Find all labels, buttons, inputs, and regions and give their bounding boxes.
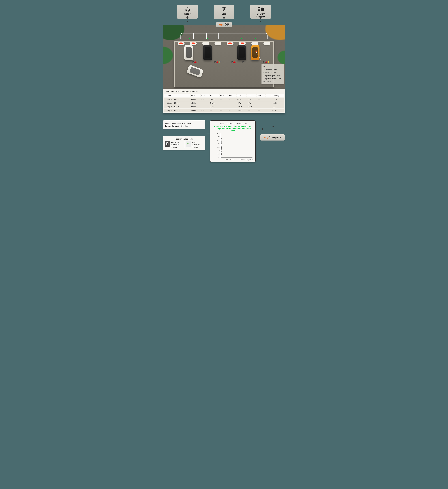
tooltip-line: SoC on arrival- 40% <box>263 68 282 71</box>
ergcompare-col: ergCompare <box>260 134 285 140</box>
fleet-info-card: Renault Kangoo EV = 10 units Energy Dema… <box>163 120 205 129</box>
parking-mark: P🚗⚡ <box>231 61 238 63</box>
cell: ---- <box>228 105 237 108</box>
col-ev: EV 6 <box>237 94 247 97</box>
cell: ---- <box>257 101 265 105</box>
y-tick: 0.2 <box>217 136 220 138</box>
cell: 8kWh <box>209 105 219 108</box>
source-solar: Solar <box>177 5 198 19</box>
cell: 51.9% <box>265 98 284 101</box>
svg-point-0 <box>187 7 188 8</box>
y-tick: -0.05 <box>217 153 220 155</box>
check-icon: ✔ <box>241 37 243 40</box>
parking-scene: ✔ ✔ ✔ ✔ P🚗⚡ P🚗⚡ P🚗⚡ P P🚗⚡ EV 7 SoC o <box>163 25 285 93</box>
fleet-line: Renault Kangoo EV = 10 units <box>165 122 203 125</box>
col-time: Time <box>164 94 190 97</box>
svg-point-19 <box>263 8 263 8</box>
cell: 7kWh <box>247 98 257 101</box>
table-row: 12 p.m - 13 p.m9kWh----8kWh--------7kWh9… <box>164 105 284 108</box>
recommended-setup-card: Recommended setup ergLocale 3.3 kW AC 5 … <box>163 136 205 150</box>
parking-mark: P🚗⚡ <box>192 61 199 63</box>
parking-mark: P <box>242 61 244 63</box>
reco-item-erglocale: ergLocale 3.3 kW AC 5 units <box>165 141 183 148</box>
charger-unit <box>227 42 233 45</box>
charger-unit <box>264 42 270 45</box>
cell: ---- <box>219 98 228 101</box>
reco-spec: 3.3 kW AC <box>171 144 180 146</box>
y-tick: 0 <box>217 150 220 151</box>
cell: 5kWh <box>209 98 219 101</box>
cell: ---- <box>257 105 265 108</box>
charger-unit <box>239 42 246 45</box>
x-cat-label: Renault Kangoo EV <box>238 159 255 161</box>
check-icon: ✔ <box>207 37 209 40</box>
reco-item-evre: EVRE EVRE 7.4kW AC 7 units <box>184 141 204 148</box>
source-storage-label: Energy Storage <box>251 13 270 17</box>
col-ev: EV 8 <box>257 94 265 97</box>
cell: 11 a.m - 12 p.m <box>164 101 190 105</box>
source-grid: Grid <box>214 5 234 19</box>
ergos-badge-row: ergOS <box>163 22 285 28</box>
car <box>184 45 193 60</box>
svg-rect-44 <box>166 142 168 146</box>
erglocale-icon <box>165 141 170 147</box>
parking-mark: P🚗⚡ <box>214 61 221 63</box>
ergcompare-badge: ergCompare <box>260 134 285 140</box>
col-ev: EV 4 <box>219 94 228 97</box>
table-row: 13 p.m - 14 p.m5kWh----------------2kWh-… <box>164 109 284 112</box>
cell: 48.2% <box>265 101 284 105</box>
chart-subtitle: 91% lower TCO - indicates significant co… <box>212 125 253 132</box>
cell: 6kWh <box>190 98 200 101</box>
cell: ---- <box>247 109 257 112</box>
svg-line-8 <box>186 9 187 11</box>
cell: 5kWh <box>209 101 219 105</box>
y-tick: 0.25 <box>217 133 220 134</box>
svg-line-4 <box>186 7 187 7</box>
car <box>203 45 212 60</box>
charger-unit <box>202 42 209 45</box>
table-row: 11 a.m - 12 p.m6kWh----5kWh--------6kWh4… <box>164 101 284 105</box>
col-savings: Cost Savings <box>265 94 284 97</box>
col-ev: EV 1 <box>190 94 200 97</box>
cell: ---- <box>257 109 265 112</box>
charger-unit <box>178 42 184 45</box>
svg-rect-14 <box>258 7 259 8</box>
tooltip-line: Energy from grid - 7kWh <box>263 74 282 77</box>
lower-section: Renault Kangoo EV = 10 units Energy Dema… <box>163 120 285 163</box>
cell: ---- <box>200 98 209 101</box>
cell: 6kWh <box>190 101 200 105</box>
reco-qty: 7 units <box>192 146 200 148</box>
car <box>237 45 246 60</box>
source-storage: Energy Storage <box>250 5 271 19</box>
cell: 13 p.m - 14 p.m <box>164 109 190 112</box>
car-ev7 <box>251 45 259 60</box>
table-header-row: Time EV 1 EV 2 EV 3 EV 4 EV 5 EV 6 EV 7 … <box>164 94 284 97</box>
svg-rect-45 <box>167 143 168 144</box>
reco-title: Recommended setup <box>165 138 204 140</box>
cell: ---- <box>228 109 237 112</box>
cell: 45.5% <box>265 109 284 112</box>
grid-icon <box>215 6 233 12</box>
y-tick: 0.1 <box>217 143 220 145</box>
cell: ---- <box>219 109 228 112</box>
charger-unit <box>215 42 221 45</box>
reco-name: ergLocale <box>171 141 180 144</box>
cell: 12 p.m - 13 p.m <box>164 105 190 108</box>
col-ev: EV 2 <box>200 94 209 97</box>
cell: ---- <box>200 101 209 105</box>
ergos-badge: ergOS <box>216 22 232 27</box>
cell: ---- <box>200 109 209 112</box>
cell: 9kWh <box>247 105 257 108</box>
y-tick: -0.1 <box>217 157 220 158</box>
reco-name: EVRE <box>192 141 200 144</box>
parking-mark: P🚗⚡ <box>263 61 270 63</box>
check-icon: ✔ <box>189 37 191 40</box>
table-row: 10 a.m - 11 a.m6kWh----5kWh--------4kWh7… <box>164 98 284 101</box>
battery-storage-icon <box>251 6 270 12</box>
y-tick: 0.05 <box>217 146 220 148</box>
cell: ---- <box>200 105 209 108</box>
cell: 53% <box>265 105 284 108</box>
energy-sources-row: Solar Grid Energy Storage <box>177 5 271 19</box>
schedule-table: Time EV 1 EV 2 EV 3 EV 4 EV 5 EV 6 EV 7 … <box>164 93 284 113</box>
col-ev: EV 3 <box>209 94 219 97</box>
